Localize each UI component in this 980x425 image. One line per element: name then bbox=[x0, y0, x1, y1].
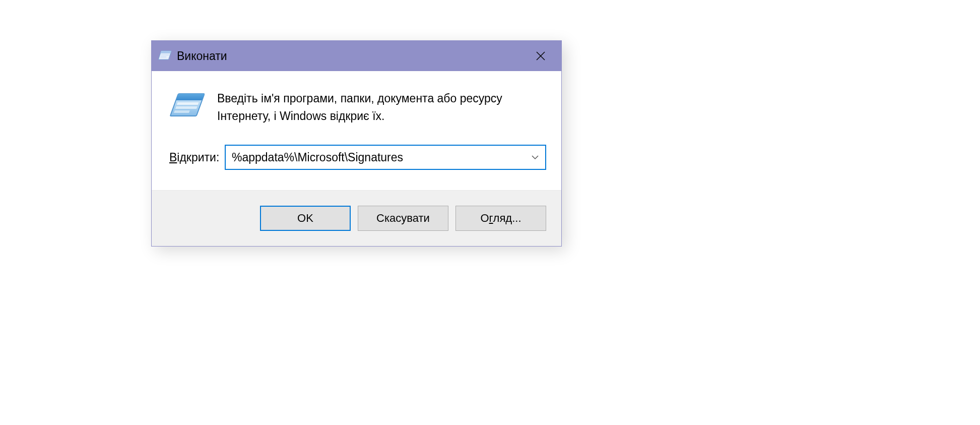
close-icon bbox=[536, 51, 546, 61]
browse-button[interactable]: Огляд... bbox=[455, 206, 546, 231]
info-row: Введіть ім'я програми, папки, документа … bbox=[167, 89, 546, 125]
run-icon-small bbox=[158, 49, 172, 63]
button-row: OK Скасувати Огляд... bbox=[152, 190, 561, 246]
run-icon-large bbox=[169, 91, 205, 124]
ok-button[interactable]: OK bbox=[260, 206, 351, 231]
open-combobox[interactable] bbox=[225, 145, 546, 170]
info-text: Введіть ім'я програми, папки, документа … bbox=[217, 89, 546, 125]
svg-rect-9 bbox=[175, 106, 198, 109]
run-dialog: Виконати bbox=[151, 40, 562, 247]
svg-rect-1 bbox=[160, 51, 171, 53]
svg-rect-2 bbox=[161, 54, 169, 55]
titlebar-left: Виконати bbox=[158, 49, 227, 63]
open-input[interactable] bbox=[226, 146, 525, 169]
cancel-button[interactable]: Скасувати bbox=[358, 206, 448, 231]
open-label: Відкрити: bbox=[167, 151, 217, 164]
dropdown-button[interactable] bbox=[525, 146, 545, 169]
close-button[interactable] bbox=[523, 43, 558, 69]
open-row: Відкрити: bbox=[167, 145, 546, 170]
chevron-down-icon bbox=[531, 155, 539, 160]
dialog-title: Виконати bbox=[177, 49, 227, 63]
svg-rect-8 bbox=[177, 102, 199, 105]
svg-rect-10 bbox=[174, 110, 190, 113]
titlebar[interactable]: Виконати bbox=[152, 41, 561, 71]
dialog-content: Введіть ім'я програми, папки, документа … bbox=[152, 71, 561, 190]
svg-rect-3 bbox=[160, 56, 167, 57]
svg-rect-7 bbox=[176, 94, 205, 100]
